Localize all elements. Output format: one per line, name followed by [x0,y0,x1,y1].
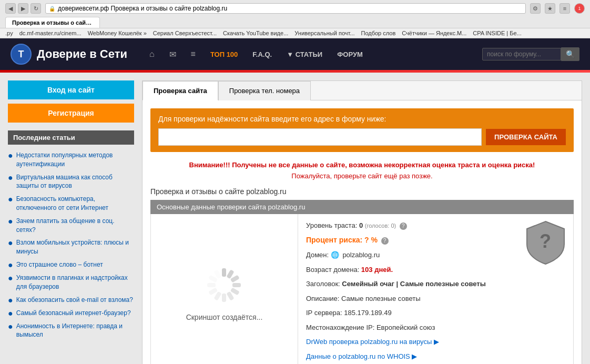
register-button[interactable]: Регистрация [8,104,134,123]
menu-nav-icon[interactable]: ≡ [185,45,202,63]
bookmark-0[interactable]: .py [5,30,13,36]
title-label: Заголовок: [306,280,342,288]
bookmark-4[interactable]: Скачать YouTube виде... [223,30,288,36]
title-value: Семейный очаг | Самые полезные советы [342,280,485,288]
mail-icon[interactable]: ✉ [163,45,182,64]
article-link-5[interactable]: Это страшное слово – ботнет [16,260,103,269]
bullet-icon-3: ● [8,217,13,226]
bookmark-1[interactable]: dc.mf-master.ru/cinem... [19,30,82,36]
shield-area: ? [526,220,565,267]
domain-icon: 🌐 [331,251,339,259]
location-label: Местонахождение IP: [306,323,377,331]
bullet-icon-2: ● [8,195,13,204]
site-header: Т Доверие в Сети ⌂ ✉ ≡ ТОП 100 F.A.Q. ▼ … [0,38,590,70]
bullet-icon-0: ● [8,151,13,160]
active-tab[interactable]: Проверка и отзывы о сайте polzablog.ru [5,17,100,28]
nav-faq[interactable]: F.A.Q. [246,46,278,63]
article-link-3[interactable]: Зачем платить за общение в соц. сетях? [16,217,134,235]
article-item-1: ● Виртуальная машина как способ защиты о… [8,171,134,193]
warning-text: Внимание!!! Получены не все данные о сай… [150,160,574,182]
trust-value: 0 [359,221,363,229]
svg-rect-0 [222,268,226,277]
sidebar: Вход на сайт Регистрация Последние стать… [8,80,134,364]
article-item-5: ● Это страшное слово – ботнет [8,258,134,271]
ip-value: 185.179.189.49 [344,309,391,317]
check-site-button[interactable]: ПРОВЕРКА САЙТА [486,129,566,145]
extensions-button[interactable]: ⚙ [530,3,541,14]
article-link-9[interactable]: Анонимность в Интернете: правда и вымысе… [16,322,134,340]
ip-label: IP сервера: [306,309,344,317]
bookmark-8[interactable]: CPA INSIDE | Бе... [473,30,521,36]
article-link-1[interactable]: Виртуальная машина как способ защиты от … [16,173,134,191]
risk-help-icon[interactable]: ? [381,237,389,245]
nav-articles[interactable]: ▼ СТАТЬИ [280,46,329,63]
age-value: 103 дней. [361,266,393,274]
back-button[interactable]: ◀ [5,3,16,14]
result-body: Скриншот создаётся... ? Уровень траста: [150,214,574,364]
risk-value: ? % [364,236,378,244]
nav-forum[interactable]: ФОРУМ [331,46,369,63]
desc-label: Описание: [306,295,341,302]
bookmark-5[interactable]: Универсальный почт... [294,30,354,36]
star-button[interactable]: ★ [545,3,555,14]
desc-row: Описание: Самые полезные советы [306,294,565,304]
location-value: Европейский союз [377,323,435,331]
drweb-row: DrWeb проверка polzablog.ru на вирусы ▶ [306,337,565,347]
forum-search-button[interactable]: 🔍 [561,47,579,61]
home-icon[interactable]: ⌂ [143,45,161,63]
logo-icon: Т [11,44,32,65]
article-item-3: ● Зачем платить за общение в соц. сетях? [8,215,134,237]
article-link-2[interactable]: Безопасность компьютера, отключенного от… [16,195,134,213]
forward-button[interactable]: ▶ [18,3,28,14]
nav-top100[interactable]: ТОП 100 [204,46,244,63]
info-panel: ? Уровень траста: 0 (голосов: 0) ? Проце… [298,214,573,364]
warning-line2: Пожалуйста, проверьте сайт ещё раз позже… [291,172,432,180]
tab-label: Проверка и отзывы о сайте polzablog.ru [12,19,100,26]
warning-line1: Внимание!!! Получены не все данные о сай… [189,161,535,169]
login-button[interactable]: Вход на сайт [8,80,134,99]
article-link-0[interactable]: Недостатки популярных методов аутентифик… [16,151,134,169]
site-url-input[interactable] [158,128,482,146]
bookmark-3[interactable]: Сериал Сверхъестест... [153,30,217,36]
trust-help-icon[interactable]: ? [400,223,407,230]
main-content: Проверка сайта Проверка тел. номера Для … [142,80,582,364]
screenshot-creating-text: Скриншот создаётся... [186,313,263,321]
bullet-icon-7: ● [8,296,13,305]
article-link-6[interactable]: Уязвимости в плагинах и надстройках для … [16,274,134,291]
result-title: Проверка и отзывы о сайте polzablog.ru [150,187,574,196]
extensions2-button[interactable]: 1 [574,3,585,14]
risk-label: Процент риска: [306,236,364,244]
bookmark-2[interactable]: WebMoney Кошелёк » [88,30,147,36]
article-item-0: ● Недостатки популярных методов аутентиф… [8,149,134,171]
menu-button[interactable]: ≡ [560,3,570,14]
logo-letter: Т [18,49,24,60]
article-link-4[interactable]: Взлом мобильных устройств: плюсы и минус… [16,238,134,256]
domain-label: Домен: [306,251,331,259]
bookmark-6[interactable]: Подбор слов [361,30,395,36]
forum-search-input[interactable] [482,48,561,60]
drweb-link[interactable]: DrWeb проверка polzablog.ru на вирусы ▶ [306,338,439,346]
whois-row: Данные о polzablog.ru по WHOIS ▶ [306,351,565,362]
whois-link[interactable]: Данные о polzablog.ru по WHOIS ▶ [306,352,417,360]
browser-top-bar: ◀ ▶ ↻ 🔒 довериевсети.рф Проверка и отзыв… [5,3,585,14]
result-section-header: Основные данные проверки сайта polzablog… [150,200,574,214]
bookmark-7[interactable]: Счётчики — Яндекс.М... [402,30,466,36]
article-item-9: ● Анонимность в Интернете: правда и вымы… [8,320,134,342]
browser-tabs: Проверка и отзывы о сайте polzablog.ru [5,17,585,28]
article-link-8[interactable]: Самый безопасный интернет-браузер? [16,309,131,318]
sidebar-articles-list: ● Недостатки популярных методов аутентиф… [8,149,134,341]
reload-button[interactable]: ↻ [30,3,41,14]
article-item-8: ● Самый безопасный интернет-браузер? [8,307,134,320]
tab-check-phone[interactable]: Проверка тел. номера [218,81,311,100]
site-wrapper: Т Доверие в Сети ⌂ ✉ ≡ ТОП 100 F.A.Q. ▼ … [0,38,590,364]
tab-check-site[interactable]: Проверка сайта [143,81,218,100]
address-bar[interactable]: 🔒 довериевсети.рф Проверка и отзывы о са… [45,3,526,14]
article-item-4: ● Взлом мобильных устройств: плюсы и мин… [8,236,134,258]
bullet-icon-4: ● [8,239,13,247]
search-area: 🔍 [482,47,579,61]
sidebar-articles-title: Последние статьи [8,130,134,145]
check-site-box: Для проверки надёжности сайта введите ег… [150,108,574,152]
browser-chrome: ◀ ▶ ↻ 🔒 довериевсети.рф Проверка и отзыв… [0,0,590,28]
favicon-icon: 🔒 [49,6,55,12]
article-link-7[interactable]: Как обезопасить свой e-mail от взлома? [16,296,133,305]
